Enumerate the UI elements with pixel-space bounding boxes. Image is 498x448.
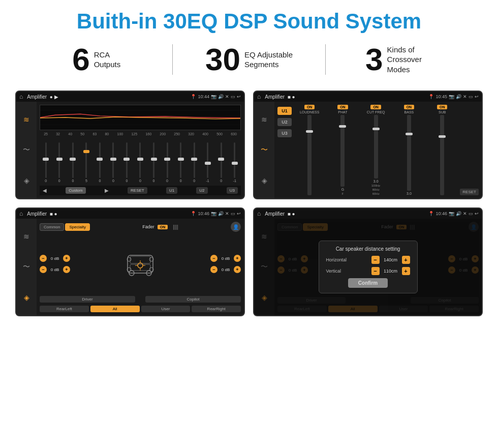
- eq-thumb-3[interactable]: [83, 150, 89, 153]
- fader-on-btn[interactable]: ON: [158, 225, 168, 229]
- sub-on-btn[interactable]: ON: [437, 105, 448, 109]
- left-rear-db: − 0 dB +: [40, 266, 70, 273]
- right-rear-db: − 0 dB +: [210, 266, 241, 273]
- u2-btn[interactable]: U2: [277, 118, 292, 126]
- home-icon-4[interactable]: ⌂: [257, 210, 261, 217]
- loudness-thumb[interactable]: [306, 130, 313, 133]
- eq-thumb-7[interactable]: [137, 158, 143, 161]
- horizontal-minus[interactable]: −: [371, 256, 380, 264]
- eq-slider-8: 0: [147, 142, 160, 183]
- loudness-slider[interactable]: [307, 115, 312, 195]
- eq-u2-btn[interactable]: U2: [196, 187, 207, 194]
- eq-thumb-13[interactable]: [218, 158, 224, 161]
- stat-divider-2: [325, 44, 326, 75]
- back-icon-2[interactable]: ↩: [475, 94, 479, 99]
- cutfreq-freq2: 80Hz: [372, 188, 380, 191]
- bass-on-btn[interactable]: ON: [404, 105, 415, 109]
- eq-thumb-11[interactable]: [191, 158, 197, 161]
- cutfreq-slider[interactable]: [374, 115, 378, 178]
- user-btn-3[interactable]: User: [141, 306, 191, 312]
- stat-eq-label: EQ AdjustableSegments: [244, 50, 293, 70]
- horizontal-plus[interactable]: +: [402, 256, 410, 264]
- vertical-minus[interactable]: −: [371, 267, 380, 275]
- rearleft-btn-3[interactable]: RearLeft: [40, 306, 89, 312]
- eq-icon[interactable]: ≋: [23, 115, 29, 124]
- eq-custom-btn[interactable]: Custom: [66, 187, 86, 194]
- eq-thumb-5[interactable]: [110, 158, 116, 161]
- eq-u3-btn[interactable]: U3: [227, 187, 238, 194]
- horizontal-row: Horizontal − 140cm +: [326, 256, 410, 264]
- cutfreq-on-btn[interactable]: ON: [370, 105, 381, 109]
- eq-thumb-4[interactable]: [97, 158, 103, 161]
- right-rear-plus[interactable]: +: [234, 266, 241, 273]
- cutfreq-thumb[interactable]: [372, 128, 380, 130]
- right-rear-value: 0 dB: [219, 267, 233, 272]
- right-front-minus[interactable]: −: [210, 255, 217, 262]
- eq-reset-btn[interactable]: RESET: [128, 187, 147, 194]
- eq-thumb-14[interactable]: [232, 162, 238, 165]
- eq-thumb-6[interactable]: [123, 158, 130, 161]
- sub-slider[interactable]: [440, 115, 444, 195]
- speaker-icon-2[interactable]: ◈: [262, 176, 267, 185]
- driver-btn-3[interactable]: Driver: [40, 296, 135, 303]
- eq-thumb-2[interactable]: [70, 158, 76, 161]
- phat-on-btn[interactable]: ON: [337, 105, 348, 109]
- next-arrow[interactable]: ▶: [105, 188, 109, 193]
- u3-btn[interactable]: U3: [277, 129, 292, 137]
- back-icon[interactable]: ↩: [237, 94, 241, 99]
- left-rear-minus[interactable]: −: [40, 266, 47, 273]
- eq-thumb-8[interactable]: [151, 158, 157, 161]
- tab-group-3: Common Specialty: [40, 223, 90, 231]
- eq-thumb-9[interactable]: [164, 158, 170, 161]
- left-front-minus[interactable]: −: [40, 255, 47, 262]
- left-front-plus[interactable]: +: [63, 255, 70, 262]
- prev-arrow[interactable]: ◀: [43, 188, 47, 193]
- bass-thumb[interactable]: [406, 133, 413, 135]
- phat-thumb[interactable]: [339, 125, 346, 128]
- eq-thumb-12[interactable]: [205, 162, 211, 165]
- eq-bottom-bar: ◀ Custom ▶ RESET U1 U2 U3: [40, 186, 241, 195]
- bass-slider[interactable]: [407, 115, 411, 191]
- home-icon-2[interactable]: ⌂: [257, 93, 261, 100]
- profile-icon-3[interactable]: 👤: [231, 222, 241, 232]
- eq-icon-2[interactable]: ≋: [261, 115, 267, 124]
- phat-slider[interactable]: [340, 115, 345, 187]
- copilot-btn-3[interactable]: Copilot: [145, 296, 241, 303]
- sub-thumb[interactable]: [439, 135, 446, 138]
- left-rear-plus[interactable]: +: [63, 266, 70, 273]
- vertical-plus[interactable]: +: [402, 267, 410, 275]
- camera-icon-4: 📷: [449, 211, 454, 216]
- ctrl-cutfreq: ON CUT FREQ 3.0 100Hz 80Hz 60Hz: [360, 105, 392, 195]
- back-icon-3[interactable]: ↩: [237, 211, 241, 216]
- fader-bottom-btns: Driver Copilot: [40, 296, 241, 303]
- tab-common-3[interactable]: Common: [40, 223, 64, 231]
- crossover-reset-btn[interactable]: RESET: [460, 189, 479, 195]
- right-front-plus[interactable]: +: [234, 255, 241, 262]
- confirm-button[interactable]: Confirm: [348, 278, 388, 288]
- right-rear-minus[interactable]: −: [210, 266, 217, 273]
- wave-icon[interactable]: 〜: [23, 145, 30, 155]
- wave-icon-2[interactable]: 〜: [261, 145, 268, 155]
- eq-thumb-10[interactable]: [178, 158, 184, 161]
- speaker-icon[interactable]: ◈: [24, 176, 29, 185]
- wave-icon-3[interactable]: 〜: [23, 262, 30, 272]
- fader-content: − 0 dB + − 0 dB +: [40, 234, 241, 294]
- eq-icon-3[interactable]: ≋: [23, 232, 29, 241]
- home-icon[interactable]: ⌂: [19, 93, 23, 100]
- eq-thumb-0[interactable]: [43, 158, 49, 161]
- eq-u1-btn[interactable]: U1: [166, 187, 177, 194]
- loudness-on-btn[interactable]: ON: [304, 105, 315, 109]
- rearright-btn-3[interactable]: RearRight: [192, 306, 241, 312]
- eq-thumb-1[interactable]: [56, 158, 63, 161]
- crossover-main: U1 U2 U3 ON LOUDNESS ON: [274, 102, 482, 198]
- speaker-icon-3[interactable]: ◈: [24, 293, 29, 302]
- all-btn-3[interactable]: All: [90, 306, 140, 312]
- tab-specialty-3[interactable]: Specialty: [65, 223, 89, 231]
- home-icon-3[interactable]: ⌂: [19, 210, 23, 217]
- phat-label: PHAT: [338, 110, 347, 114]
- back-icon-4[interactable]: ↩: [475, 211, 479, 216]
- left-front-value: 0 dB: [48, 256, 62, 261]
- screen3-title: Amplifier ■ ●: [27, 211, 189, 217]
- status-bar-1: ⌂ Amplifier ● ▶ 📍 10:44 📷 🔊 ✕ ▭ ↩: [16, 92, 244, 102]
- u1-btn[interactable]: U1: [277, 107, 292, 115]
